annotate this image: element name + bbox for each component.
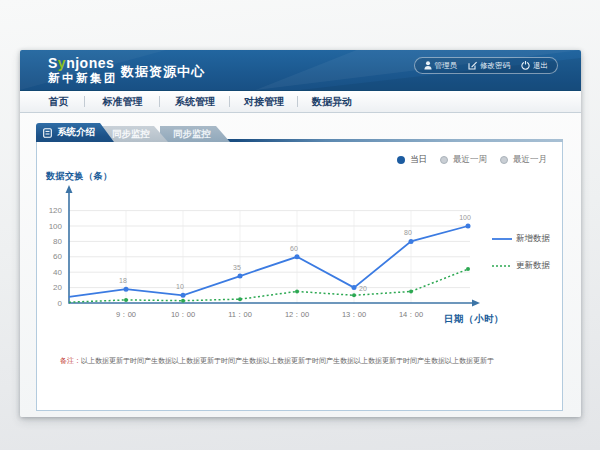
user-name: 管理员	[435, 61, 458, 71]
svg-text:60: 60	[53, 252, 62, 261]
svg-text:40: 40	[53, 267, 62, 276]
company-logo-en: Synjones	[48, 56, 118, 70]
tab-bar: 系统介绍 同步监控 同步监控	[36, 92, 230, 142]
svg-text:13：00: 13：00	[342, 310, 366, 319]
nav-item-interface-mgmt[interactable]: 对接管理	[230, 91, 298, 112]
chart-svg: 0204060801001209：0010：0011：0012：0013：001…	[37, 142, 564, 409]
tab-label: 同步监控	[112, 128, 150, 141]
app-header: Synjones 新中新集团 数据资源中心 管理员 修改密码 退出	[20, 50, 581, 91]
tab-label: 同步监控	[173, 128, 211, 141]
logout-button[interactable]: 退出	[521, 61, 548, 71]
svg-text:35: 35	[233, 264, 241, 271]
tab-sync-monitor-2[interactable]: 同步监控	[160, 126, 230, 142]
legend-line-dotted	[492, 263, 512, 269]
legend-item-update-data: 更新数据	[492, 258, 550, 274]
svg-text:0: 0	[58, 298, 63, 307]
svg-text:12：00: 12：00	[285, 310, 309, 319]
change-password-label: 修改密码	[480, 61, 510, 71]
change-password-button[interactable]: 修改密码	[468, 61, 510, 71]
svg-text:10: 10	[176, 283, 184, 290]
legend-label: 新增数据	[516, 233, 550, 245]
user-icon	[424, 61, 432, 70]
svg-text:120: 120	[49, 206, 63, 215]
document-icon	[43, 128, 52, 138]
svg-text:60: 60	[290, 244, 298, 251]
svg-text:9：00: 9：00	[116, 310, 136, 319]
edit-icon	[468, 61, 477, 70]
svg-text:11：00: 11：00	[228, 310, 252, 319]
company-logo-cn: 新中新集团	[48, 73, 118, 85]
x-axis-title: 日期（小时）	[444, 313, 504, 326]
power-icon	[521, 61, 530, 70]
legend-label: 更新数据	[516, 260, 550, 272]
chart-legend: 新增数据 更新数据	[492, 231, 550, 285]
app-window: Synjones 新中新集团 数据资源中心 管理员 修改密码 退出 首页 标准管…	[20, 50, 581, 417]
svg-text:18: 18	[119, 277, 127, 284]
page-title: 数据资源中心	[121, 63, 205, 81]
legend-line-solid	[492, 236, 512, 242]
nav-item-data-change[interactable]: 数据异动	[298, 91, 366, 112]
content-panel: 当日 最近一周 最近一月 数据交换（条） 0204060801001209：00…	[36, 142, 563, 411]
svg-text:80: 80	[53, 236, 62, 245]
svg-text:10：00: 10：00	[171, 310, 195, 319]
user-menu[interactable]: 管理员	[424, 61, 458, 71]
tab-label: 系统介绍	[57, 126, 95, 139]
svg-text:80: 80	[404, 229, 412, 236]
footnote: 备注：以上数据更新于时间产生数据以上数据更新于时间产生数据以上数据更新于时间产生…	[60, 356, 494, 366]
tab-system-intro[interactable]: 系统介绍	[36, 123, 114, 142]
svg-text:14：00: 14：00	[399, 310, 423, 319]
svg-text:100: 100	[459, 214, 471, 221]
company-logo: Synjones 新中新集团	[48, 56, 118, 85]
svg-text:20: 20	[53, 283, 62, 292]
user-toolbar: 管理员 修改密码 退出	[414, 57, 559, 74]
legend-item-new-data: 新增数据	[492, 231, 550, 247]
logout-label: 退出	[533, 61, 548, 71]
svg-text:100: 100	[49, 221, 63, 230]
svg-text:20: 20	[359, 284, 367, 291]
